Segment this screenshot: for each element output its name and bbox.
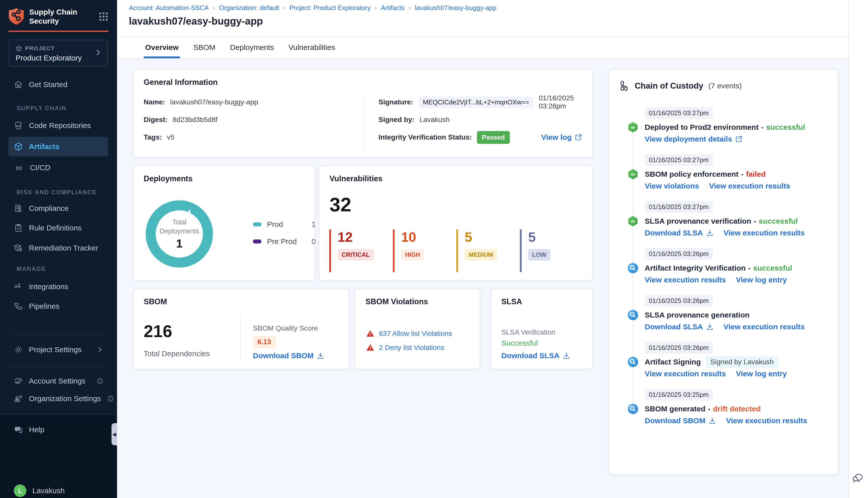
deployments-card: Deployments Total Deployments 1 Prod 1 P… xyxy=(133,166,315,280)
link-label: View violations xyxy=(645,182,699,190)
view-execution-results-link[interactable]: View execution results xyxy=(645,276,726,284)
sidebar-item-remediation-tracker[interactable]: Remediation Tracker xyxy=(8,238,108,258)
info-icon[interactable] xyxy=(96,378,103,384)
sidebar-item-account-settings[interactable]: Account Settings xyxy=(8,371,108,391)
breadcrumb-account[interactable]: Account: Automation-SSCA xyxy=(129,4,209,12)
download-slsa-link[interactable]: Download SLSA xyxy=(501,351,570,360)
sidebar-item-pipelines[interactable]: Pipelines xyxy=(8,297,108,316)
section-label-manage: MANAGE xyxy=(16,265,46,272)
view-execution-results-link[interactable]: View execution results xyxy=(724,229,805,237)
tab-deployments[interactable]: Deployments xyxy=(230,37,274,58)
view-log-entry-link[interactable]: View log entry xyxy=(736,369,787,378)
event-separator: - xyxy=(754,217,756,225)
sidebar-item-compliance[interactable]: Compliance xyxy=(8,198,108,218)
link-label: Download SLSA xyxy=(645,323,703,331)
breadcrumb-current[interactable]: lavakush07/easy-buggy-app xyxy=(415,4,496,12)
sidebar-item-integrations[interactable]: Integrations xyxy=(8,277,108,297)
code-repo-icon xyxy=(14,121,23,130)
clipboard-check-icon xyxy=(14,223,23,233)
project-selector[interactable]: PROJECT Product Exploratory xyxy=(9,40,108,67)
chain-of-custody-panel: Chain of Custody (7 events) 01/16/2025 0… xyxy=(609,69,838,475)
tab-vulnerabilities[interactable]: Vulnerabilities xyxy=(288,37,335,58)
name-label: Name: xyxy=(144,98,165,106)
sidebar-collapse-handle[interactable]: ◀ xyxy=(112,423,117,445)
view-log-link[interactable]: View log xyxy=(541,133,582,142)
divider xyxy=(8,366,108,367)
deny-list-violations-link[interactable]: 2 Deny list Violations xyxy=(379,344,444,352)
slsa-status: Successful xyxy=(501,339,538,348)
hierarchy-icon xyxy=(619,80,630,91)
download-icon xyxy=(709,417,716,424)
breadcrumb-organization[interactable]: Organization: default xyxy=(219,4,279,12)
sidebar-item-label: Get Started xyxy=(29,80,67,89)
event-separator: - xyxy=(748,264,751,272)
sidebar-item-code-repositories[interactable]: Code Repositories xyxy=(8,116,108,135)
download-sbom-link[interactable]: Download SBOM xyxy=(253,351,324,360)
breadcrumb-project[interactable]: Project: Product Exploratory xyxy=(289,4,371,12)
breadcrumb-separator: › xyxy=(283,4,286,12)
high-badge: HIGH xyxy=(401,249,424,261)
sidebar-item-label: Remediation Tracker xyxy=(29,244,99,252)
view-execution-results-link[interactable]: View execution results xyxy=(724,323,805,331)
view-execution-results-link[interactable]: View execution results xyxy=(645,369,726,378)
warning-icon xyxy=(366,329,375,338)
sidebar-item-label: Artifacts xyxy=(29,142,60,151)
section-label-supply-chain: SUPPLY CHAIN xyxy=(16,105,67,112)
tab-label: Overview xyxy=(145,43,179,52)
event-status: successful xyxy=(766,123,805,132)
sidebar-item-help[interactable]: Help xyxy=(8,420,108,440)
severity-medium: 5 MEDIUM xyxy=(456,230,520,272)
event-links: View execution results View log entry xyxy=(645,276,787,284)
download-slsa-link[interactable]: Download SLSA xyxy=(645,323,714,331)
page-header: Account: Automation-SSCA› Organization: … xyxy=(117,0,848,37)
sidebar-item-cicd[interactable]: ∞ CI/CD xyxy=(8,158,108,178)
severity-low: 5 LOW xyxy=(520,230,583,272)
allow-list-violations-link[interactable]: 637 Allow list Violations xyxy=(379,330,452,338)
card-title: Deployments xyxy=(144,174,193,183)
brand-divider xyxy=(8,31,108,32)
infinity-icon: ∞ xyxy=(14,163,24,172)
user-name: Lavakush xyxy=(33,486,65,495)
card-title: SBOM Violations xyxy=(365,297,428,306)
sidebar-item-user[interactable]: L Lavakush xyxy=(8,481,108,498)
total-dependencies-value: 216 xyxy=(144,321,172,341)
link-label: Download SLSA xyxy=(645,229,703,237)
event-name: SLSA provenance generation xyxy=(645,311,750,319)
event-separator: - xyxy=(741,170,743,179)
event-name: SLSA provenance verification xyxy=(645,217,751,225)
pipelines-icon xyxy=(14,302,23,311)
module-switcher-grid-icon[interactable] xyxy=(98,11,109,22)
view-deployment-details-link[interactable]: View deployment details xyxy=(645,135,743,143)
event-title: Artifact Integrity Verification - succes… xyxy=(645,262,792,274)
download-sbom-link[interactable]: Download SBOM xyxy=(645,416,716,425)
cd-pipeline-icon xyxy=(627,215,639,227)
view-violations-link[interactable]: View violations xyxy=(645,182,699,190)
sbom-violations-card: SBOM Violations 637 Allow list Violation… xyxy=(355,289,480,369)
link-label: View deployment details xyxy=(645,135,732,143)
event-timestamp: 01/16/2025 03:27pm xyxy=(645,107,713,119)
event-timestamp: 01/16/2025 03:25pm xyxy=(645,389,713,401)
allow-list-violations-row: 637 Allow list Violations xyxy=(366,329,452,338)
sidebar-item-rule-definitions[interactable]: Rule Definitions xyxy=(8,218,108,238)
sidebar-item-artifacts[interactable]: Artifacts xyxy=(8,137,108,156)
tab-overview[interactable]: Overview xyxy=(145,37,179,58)
view-execution-results-link[interactable]: View execution results xyxy=(726,416,807,425)
event-title: Deployed to Prod2 environment - successf… xyxy=(645,121,805,133)
support-chat-icon[interactable] xyxy=(852,471,866,485)
sidebar-item-get-started[interactable]: Get Started xyxy=(8,75,108,94)
view-execution-results-link[interactable]: View execution results xyxy=(709,182,790,190)
page-title: lavakush07/easy-buggy-app xyxy=(129,16,263,27)
info-icon[interactable] xyxy=(107,395,114,402)
breadcrumb-artifacts[interactable]: Artifacts xyxy=(381,4,405,12)
view-log-entry-link[interactable]: View log entry xyxy=(736,276,787,284)
sidebar-item-project-settings[interactable]: Project Settings xyxy=(8,340,108,359)
download-slsa-link[interactable]: Download SLSA xyxy=(645,229,714,237)
signature-chip[interactable]: MEQCICde2VjIT...bL+2+mqnOXw== xyxy=(418,96,533,108)
right-rail xyxy=(848,0,868,498)
sidebar-item-label: Project Settings xyxy=(29,345,82,354)
donut-label-line1: Total xyxy=(172,218,186,227)
sidebar-item-organization-settings[interactable]: Organization Settings xyxy=(8,389,108,408)
tab-sbom[interactable]: SBOM xyxy=(193,37,215,58)
download-icon xyxy=(317,352,324,359)
event-links: View deployment details xyxy=(645,135,743,143)
